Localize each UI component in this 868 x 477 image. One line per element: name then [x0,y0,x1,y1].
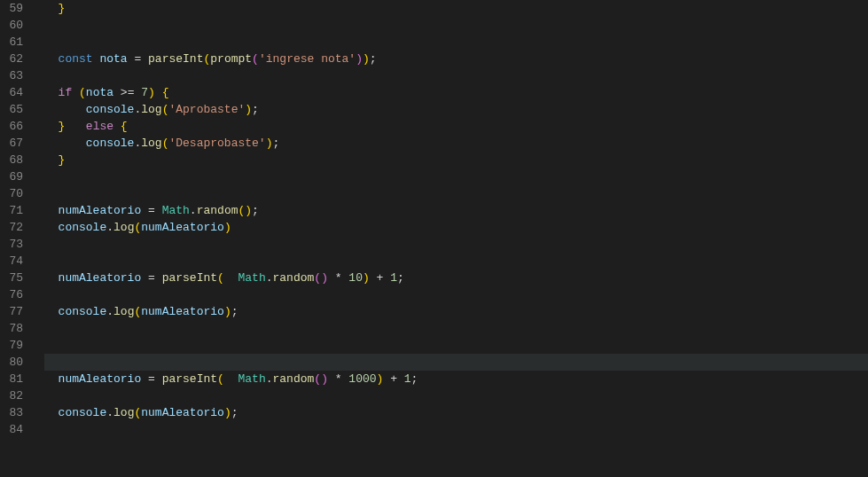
line-number: 61 [0,34,23,51]
line-number: 66 [0,118,23,135]
code-line[interactable]: numAleatorio = parseInt( Math.random() *… [44,270,868,286]
code-line[interactable] [44,421,868,438]
line-number: 59 [0,0,23,17]
line-number: 74 [0,253,23,270]
line-number: 78 [0,320,23,337]
line-number: 67 [0,135,23,152]
line-number: 82 [0,387,23,404]
code-line[interactable]: console.log(numAleatorio); [44,404,868,421]
code-line[interactable] [44,67,868,84]
line-number: 80 [0,354,23,371]
line-number: 72 [0,219,23,236]
code-line[interactable]: console.log(numAleatorio); [44,303,868,320]
code-line[interactable] [44,320,868,337]
line-number: 71 [0,202,23,219]
code-line[interactable]: const nota = parseInt(prompt('ingrese no… [44,51,868,67]
line-number: 70 [0,185,23,202]
code-line[interactable] [44,236,868,253]
line-number: 62 [0,51,23,67]
line-number: 73 [0,236,23,253]
code-line[interactable] [44,387,868,404]
code-line[interactable]: if (nota >= 7) { [44,84,868,101]
code-line[interactable]: console.log('Desaprobaste'); [44,135,868,152]
line-number: 76 [0,286,23,303]
line-number: 79 [0,337,23,354]
code-line[interactable]: } else { [44,118,868,135]
line-number: 83 [0,404,23,421]
line-number: 63 [0,67,23,84]
code-line[interactable] [44,253,868,270]
code-line[interactable] [44,286,868,303]
line-number: 84 [0,421,23,438]
code-line[interactable] [44,337,868,354]
line-number: 60 [0,17,23,34]
code-editor[interactable]: 5960616263646566676869707172737475767778… [0,0,868,477]
code-line[interactable] [44,168,868,185]
line-number: 64 [0,84,23,101]
code-line[interactable] [44,17,868,34]
code-line[interactable]: console.log(numAleatorio) [44,219,868,236]
line-number: 81 [0,371,23,387]
code-line[interactable] [44,34,868,51]
code-line[interactable]: } [44,0,868,17]
line-number: 77 [0,303,23,320]
line-number: 75 [0,270,23,286]
code-line[interactable] [44,354,868,371]
code-line[interactable]: numAleatorio = parseInt( Math.random() *… [44,371,868,387]
code-line[interactable]: numAleatorio = Math.random(); [44,202,868,219]
line-number: 68 [0,152,23,168]
code-line[interactable]: } [44,152,868,168]
line-number: 65 [0,101,23,118]
code-line[interactable] [44,185,868,202]
code-line[interactable]: console.log('Aprobaste'); [44,101,868,118]
line-number: 69 [0,168,23,185]
line-number-gutter: 5960616263646566676869707172737475767778… [0,0,34,477]
code-content[interactable]: } const nota = parseInt(prompt('ingrese … [34,0,868,477]
